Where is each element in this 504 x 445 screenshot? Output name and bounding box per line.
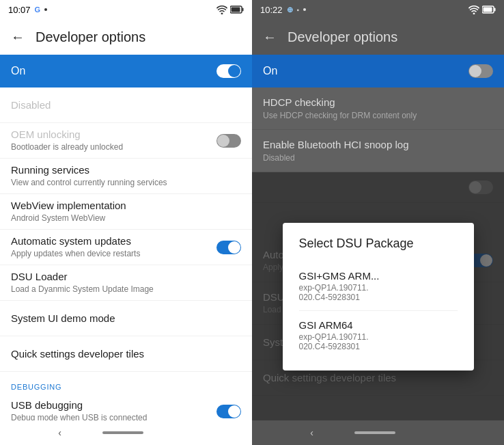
dialog-item-subtitle: exp-QP1A.190711.020.C4-5928301 xyxy=(299,332,458,351)
list-item[interactable]: OEM unlocking Bootloader is already unlo… xyxy=(0,123,252,159)
page-title-right: Developer options xyxy=(288,29,397,45)
dialog-item-title: GSI+GMS ARM... xyxy=(299,270,458,282)
setting-title: OEM unlocking xyxy=(11,128,216,141)
toolbar-right: ← Developer options xyxy=(252,19,504,55)
back-button-left[interactable]: ← xyxy=(11,29,25,45)
home-pill-right[interactable] xyxy=(354,431,395,434)
google-icon-right: ⊕ xyxy=(287,5,293,14)
toggle-knob xyxy=(217,135,229,147)
on-row-left[interactable]: On xyxy=(0,55,252,87)
on-row-right[interactable]: On xyxy=(252,55,504,87)
setting-title: DSU Loader xyxy=(11,270,241,284)
setting-subtitle: Android System WebView xyxy=(11,213,241,224)
dot-right xyxy=(303,8,306,11)
phone-right: 10:22 ⊕ ▪ ← Developer options On xyxy=(252,0,504,445)
status-left: 10:07 G xyxy=(8,5,47,15)
usb-debug-toggle[interactable] xyxy=(216,405,241,418)
battery-icon-right xyxy=(482,5,496,14)
setting-subtitle: Bootloader is already unlocked xyxy=(11,142,216,153)
list-item[interactable]: WebView implementation Android System We… xyxy=(0,194,252,230)
nav-bottom-right: ‹ xyxy=(252,420,504,445)
svg-rect-5 xyxy=(484,8,492,12)
auto-update-toggle[interactable] xyxy=(216,241,241,254)
battery-icon-left xyxy=(230,5,244,14)
on-label-left: On xyxy=(11,65,25,77)
time-left: 10:07 xyxy=(8,5,31,15)
setting-title: Automatic system updates xyxy=(11,234,216,248)
toolbar-left: ← Developer options xyxy=(0,19,252,55)
back-button-right[interactable]: ← xyxy=(263,29,277,45)
section-header-debugging: DEBUGGING xyxy=(0,372,252,394)
status-right xyxy=(216,5,244,14)
list-item[interactable]: HDCP checking Use HDCP checking for DRM … xyxy=(252,87,504,130)
nav-bottom-left: ‹ xyxy=(0,420,252,445)
back-nav-right[interactable]: ‹ xyxy=(310,427,313,438)
phone-left: 10:07 G ← Developer options On xyxy=(0,0,252,445)
setting-subtitle: View and control currently running servi… xyxy=(11,178,241,189)
wifi-icon-left xyxy=(216,5,227,14)
google-icon: G xyxy=(35,5,41,14)
list-item[interactable]: Automatic system updates Apply updates w… xyxy=(0,230,252,265)
setting-title: System UI demo mode xyxy=(11,312,241,325)
setting-title: Enable Bluetooth HCI snoop log xyxy=(263,138,493,152)
setting-title: WebView implementation xyxy=(11,199,241,213)
list-item[interactable]: DSU Loader Load a Dyanmic System Update … xyxy=(0,265,252,301)
home-pill-left[interactable] xyxy=(102,431,143,434)
list-item[interactable]: USB debugging Debug mode when USB is con… xyxy=(0,394,252,420)
status-bar-left: 10:07 G xyxy=(0,0,252,19)
dialog-area: Select DSU Package GSI+GMS ARM... exp-QP… xyxy=(252,172,504,420)
camera-icon-right: ▪ xyxy=(297,6,300,14)
content-left: Disabled OEM unlocking Bootloader is alr… xyxy=(0,87,252,420)
list-item[interactable]: Enable Bluetooth HCI snoop log Disabled xyxy=(252,130,504,172)
wifi-icon-right xyxy=(468,5,479,14)
dialog-item-title: GSI ARM64 xyxy=(299,319,458,331)
setting-subtitle: Debug mode when USB is connected xyxy=(11,413,216,420)
toggle-knob xyxy=(228,405,240,418)
svg-rect-1 xyxy=(242,8,244,12)
status-right-right xyxy=(468,5,496,14)
list-item: Disabled xyxy=(0,87,252,123)
back-nav-left[interactable]: ‹ xyxy=(58,427,61,438)
setting-subtitle: Apply updates when device restarts xyxy=(11,249,216,260)
setting-subtitle: Use HDCP checking for DRM content only xyxy=(263,111,493,122)
dialog-item-gsi-arm64[interactable]: GSI ARM64 exp-QP1A.190711.020.C4-5928301 xyxy=(299,311,458,360)
dot-left xyxy=(44,8,47,11)
svg-rect-2 xyxy=(232,8,240,12)
svg-rect-4 xyxy=(494,8,496,12)
page-title-left: Developer options xyxy=(36,29,145,45)
toggle-knob-left xyxy=(228,65,240,77)
list-item[interactable]: Quick settings developer tiles xyxy=(0,336,252,372)
setting-title: Quick settings developer tiles xyxy=(11,347,241,361)
status-left-right: 10:22 ⊕ ▪ xyxy=(260,5,306,15)
on-toggle-right[interactable] xyxy=(468,64,493,78)
on-label-right: On xyxy=(263,65,277,77)
setting-title: Disabled xyxy=(11,98,241,112)
setting-title: Running services xyxy=(11,163,241,177)
toggle-knob-right xyxy=(469,65,481,77)
list-item[interactable]: Running services View and control curren… xyxy=(0,159,252,194)
setting-subtitle: Disabled xyxy=(263,153,493,164)
dialog-item-subtitle: exp-QP1A.190711.020.C4-5928301 xyxy=(299,283,458,302)
status-bar-right: 10:22 ⊕ ▪ xyxy=(252,0,504,19)
setting-title: HDCP checking xyxy=(263,96,493,109)
dialog-title: Select DSU Package xyxy=(299,237,458,251)
setting-subtitle: Load a Dyanmic System Update Image xyxy=(11,284,241,295)
toggle-knob xyxy=(228,241,240,254)
time-right: 10:22 xyxy=(260,5,283,15)
dialog-overlay[interactable]: Select DSU Package GSI+GMS ARM... exp-QP… xyxy=(252,172,504,420)
on-toggle-left[interactable] xyxy=(216,64,241,78)
list-item[interactable]: System UI demo mode xyxy=(0,301,252,336)
setting-title: USB debugging xyxy=(11,399,216,412)
dialog-item-gsi-gms[interactable]: GSI+GMS ARM... exp-QP1A.190711.020.C4-59… xyxy=(299,262,458,311)
select-dsu-dialog[interactable]: Select DSU Package GSI+GMS ARM... exp-QP… xyxy=(283,223,474,370)
oem-toggle[interactable] xyxy=(216,134,241,148)
